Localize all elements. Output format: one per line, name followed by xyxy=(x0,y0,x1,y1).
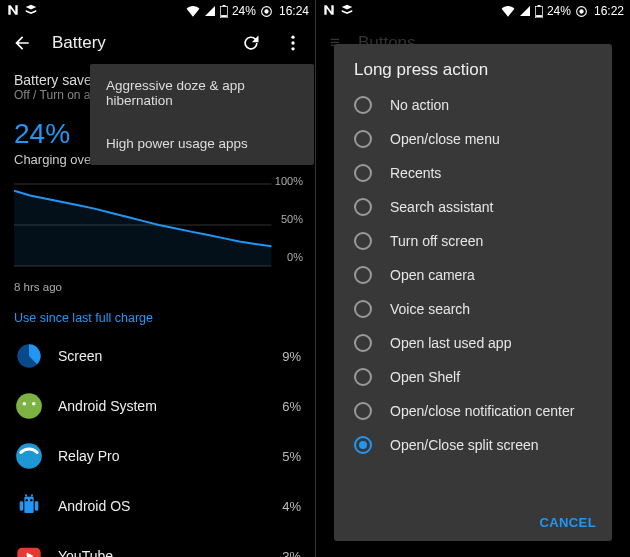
radio-option[interactable]: Open Shelf xyxy=(334,360,612,394)
svg-rect-17 xyxy=(20,501,24,510)
popup-item-highpower[interactable]: High power usage apps xyxy=(90,122,314,165)
app-pct: 9% xyxy=(282,349,301,364)
clock-ring-icon xyxy=(260,5,273,18)
popup-item-doze[interactable]: Aggressive doze & app hibernation xyxy=(90,64,314,122)
app-icon xyxy=(14,491,44,521)
radio-option[interactable]: Recents xyxy=(334,156,612,190)
radio-icon xyxy=(354,164,372,182)
radio-icon xyxy=(354,368,372,386)
svg-point-30 xyxy=(580,9,583,12)
radio-option[interactable]: Open last used app xyxy=(334,326,612,360)
radio-option[interactable]: Voice search xyxy=(334,292,612,326)
battery-pct-status: 24% xyxy=(232,4,256,18)
radio-icon xyxy=(354,334,372,352)
dialog-options: No actionOpen/close menuRecentsSearch as… xyxy=(334,88,612,507)
dialog-title: Long press action xyxy=(334,44,612,88)
n-icon xyxy=(322,3,336,20)
app-name: YouTube xyxy=(58,548,268,557)
status-bar: 24% 16:22 xyxy=(316,0,630,22)
status-bar: 24% 16:24 xyxy=(0,0,315,22)
radio-option[interactable]: Open/close notification center xyxy=(334,394,612,428)
chart-label-50: 50% xyxy=(275,213,303,225)
app-name: Android OS xyxy=(58,498,268,514)
radio-label: Recents xyxy=(390,165,441,181)
svg-point-6 xyxy=(291,41,294,44)
radio-icon xyxy=(354,266,372,284)
wifi-icon xyxy=(501,5,515,17)
app-pct: 3% xyxy=(282,549,301,558)
radio-label: Open camera xyxy=(390,267,475,283)
svg-rect-16 xyxy=(24,497,33,513)
radio-option[interactable]: No action xyxy=(334,88,612,122)
app-name: Relay Pro xyxy=(58,448,268,464)
radio-icon xyxy=(354,436,372,454)
cancel-button[interactable]: CANCEL xyxy=(539,515,596,530)
overflow-popup: Aggressive doze & app hibernation High p… xyxy=(90,64,314,165)
radio-icon xyxy=(354,232,372,250)
svg-point-5 xyxy=(291,36,294,39)
back-icon[interactable] xyxy=(10,31,34,55)
usage-list: Screen9%Android System6%Relay Pro5%Andro… xyxy=(0,331,315,557)
radio-icon xyxy=(354,130,372,148)
status-clock: 16:22 xyxy=(594,4,624,18)
app-icon xyxy=(14,341,44,371)
layers-icon xyxy=(340,3,354,20)
svg-line-21 xyxy=(26,494,27,496)
radio-option[interactable]: Open/close menu xyxy=(334,122,612,156)
battery-icon xyxy=(220,5,228,18)
appbar: Battery xyxy=(0,22,315,64)
radio-label: Search assistant xyxy=(390,199,494,215)
chart-label-0: 0% xyxy=(275,251,303,263)
radio-option[interactable]: Search assistant xyxy=(334,190,612,224)
clock-ring-icon xyxy=(575,5,588,18)
radio-label: Open/close notification center xyxy=(390,403,574,419)
refresh-icon[interactable] xyxy=(239,31,263,55)
radio-label: Turn off screen xyxy=(390,233,483,249)
wifi-icon xyxy=(186,5,200,17)
svg-point-14 xyxy=(32,402,35,406)
usage-row[interactable]: Android OS4% xyxy=(0,481,315,531)
chart-time-label: 8 hrs ago xyxy=(0,277,315,301)
app-name: Screen xyxy=(58,348,268,364)
radio-label: Open last used app xyxy=(390,335,511,351)
radio-icon xyxy=(354,402,372,420)
section-label: Use since last full charge xyxy=(0,301,315,331)
battery-icon xyxy=(535,5,543,18)
app-pct: 6% xyxy=(282,399,301,414)
svg-point-7 xyxy=(291,47,294,50)
svg-point-4 xyxy=(265,9,268,12)
signal-icon xyxy=(519,5,531,17)
battery-pct-status: 24% xyxy=(547,4,571,18)
app-icon xyxy=(14,441,44,471)
svg-point-12 xyxy=(16,393,42,419)
battery-chart[interactable]: 100% 50% 0% xyxy=(0,173,315,277)
radio-icon xyxy=(354,96,372,114)
overflow-icon[interactable] xyxy=(281,31,305,55)
svg-point-20 xyxy=(30,499,32,501)
usage-row[interactable]: Android System6% xyxy=(0,381,315,431)
svg-point-19 xyxy=(26,499,28,501)
signal-icon xyxy=(204,5,216,17)
n-icon xyxy=(6,3,20,20)
chart-label-100: 100% xyxy=(275,175,303,187)
svg-point-13 xyxy=(23,402,26,406)
svg-line-22 xyxy=(31,494,32,496)
layers-icon xyxy=(24,3,38,20)
radio-label: Open/Close split screen xyxy=(390,437,539,453)
svg-rect-2 xyxy=(221,15,227,17)
radio-icon xyxy=(354,300,372,318)
left-phone: 24% 16:24 Battery Battery saver Off / Tu… xyxy=(0,0,315,557)
app-icon xyxy=(14,541,44,557)
usage-row[interactable]: Relay Pro5% xyxy=(0,431,315,481)
app-name: Android System xyxy=(58,398,268,414)
radio-option[interactable]: Open camera xyxy=(334,258,612,292)
radio-option[interactable]: Open/Close split screen xyxy=(334,428,612,462)
right-phone: 24% 16:22 ≡Buttons Long press action No … xyxy=(315,0,630,557)
usage-row[interactable]: Screen9% xyxy=(0,331,315,381)
usage-row[interactable]: YouTube3% xyxy=(0,531,315,557)
appbar-title: Battery xyxy=(52,33,221,53)
radio-label: Voice search xyxy=(390,301,470,317)
app-icon xyxy=(14,391,44,421)
radio-option[interactable]: Turn off screen xyxy=(334,224,612,258)
svg-rect-28 xyxy=(536,15,542,17)
